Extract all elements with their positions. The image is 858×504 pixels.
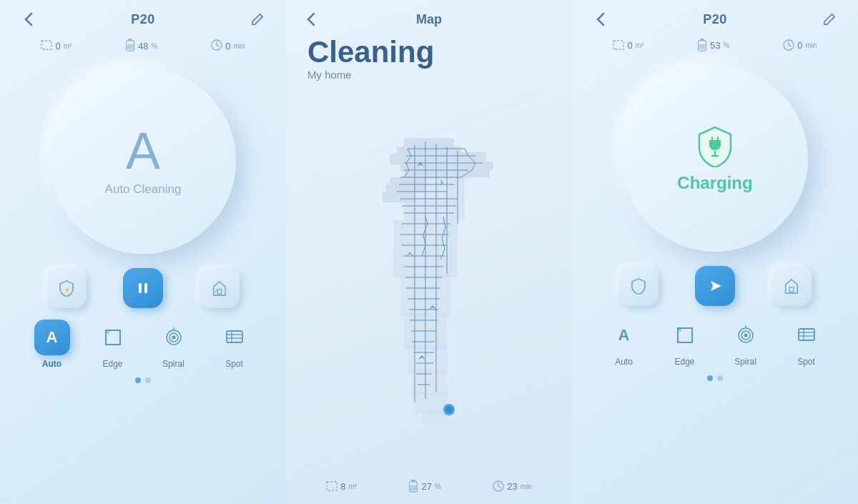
right-shield-button[interactable] bbox=[618, 266, 659, 306]
left-dot-1[interactable] bbox=[135, 377, 141, 383]
map-battery-unit: % bbox=[435, 483, 441, 490]
left-edge-icon-wrap bbox=[95, 320, 131, 355]
map-area-value: 8 bbox=[340, 481, 345, 492]
right-auto-icon-wrap: A bbox=[606, 317, 642, 353]
right-spiral-icon-wrap bbox=[728, 317, 764, 353]
right-edge-label: Edge bbox=[674, 357, 694, 367]
left-spiral-label: Spiral bbox=[162, 359, 184, 369]
svg-point-76 bbox=[445, 406, 453, 413]
map-time-unit: min bbox=[521, 483, 532, 490]
home-label: My home bbox=[307, 69, 352, 81]
left-controls: ⚡ bbox=[14, 268, 272, 308]
right-dot-2[interactable] bbox=[717, 375, 723, 381]
right-battery-stat: 53 % bbox=[697, 39, 729, 51]
map-area-unit: m² bbox=[348, 483, 357, 490]
left-mode-spot[interactable]: Spot bbox=[217, 320, 252, 369]
left-panel: P20 0 m² 48 % 0 min A Auto bbox=[0, 0, 286, 504]
left-time-value: 0 bbox=[225, 41, 230, 51]
left-edit-button[interactable] bbox=[247, 9, 268, 30]
right-area-value: 0 bbox=[627, 40, 632, 51]
svg-line-88 bbox=[789, 45, 791, 46]
left-stats: 0 m² 48 % 0 min bbox=[14, 36, 272, 61]
right-dot-1[interactable] bbox=[707, 375, 713, 381]
svg-rect-11 bbox=[106, 330, 109, 334]
map-battery-value: 27 bbox=[421, 481, 431, 492]
svg-marker-95 bbox=[711, 281, 721, 291]
right-edit-button[interactable] bbox=[819, 9, 840, 30]
right-mode-spiral[interactable]: Spiral bbox=[728, 317, 764, 367]
left-modes: A Auto Edge Spiral Spot bbox=[14, 320, 272, 369]
right-edge-icon-wrap bbox=[667, 317, 703, 353]
map-title: Map bbox=[416, 12, 442, 27]
right-auto-label: Auto bbox=[615, 357, 633, 367]
right-area-stat: 0 m² bbox=[613, 40, 644, 51]
svg-rect-38 bbox=[422, 410, 447, 424]
left-mode-spiral[interactable]: Spiral bbox=[156, 320, 192, 369]
left-shield-button[interactable]: ⚡ bbox=[46, 268, 87, 308]
right-panel-title: P20 bbox=[703, 12, 727, 27]
left-area-unit: m² bbox=[64, 42, 72, 50]
charging-icon: + bbox=[695, 124, 735, 167]
map-time-value: 23 bbox=[507, 481, 517, 492]
left-mode-auto[interactable]: A Auto bbox=[34, 320, 70, 369]
right-mode-auto[interactable]: A Auto bbox=[606, 317, 642, 367]
svg-rect-25 bbox=[443, 152, 486, 163]
right-panel: P20 0 m² 53 % 0 min + bbox=[572, 0, 858, 504]
right-stats: 0 m² 53 % 0 min bbox=[586, 36, 844, 59]
robot-map bbox=[343, 131, 515, 431]
map-bottom-stats: 8 m² 27 % 23 min bbox=[300, 474, 558, 495]
left-spot-label: Spot bbox=[225, 359, 243, 369]
right-time-value: 0 bbox=[797, 40, 802, 51]
svg-rect-98 bbox=[678, 328, 681, 332]
left-edge-label: Edge bbox=[102, 359, 122, 369]
svg-rect-78 bbox=[412, 480, 415, 482]
svg-point-14 bbox=[172, 336, 175, 340]
left-battery-value: 48 bbox=[138, 41, 148, 51]
map-back-button[interactable] bbox=[300, 9, 322, 30]
left-back-button[interactable] bbox=[18, 9, 39, 30]
left-battery-stat: 48 % bbox=[125, 39, 157, 54]
charging-label: Charging bbox=[677, 173, 752, 193]
svg-rect-103 bbox=[799, 329, 814, 340]
left-dots bbox=[135, 377, 151, 383]
svg-rect-84 bbox=[700, 39, 704, 41]
left-time-icon bbox=[211, 39, 222, 53]
right-main-circle[interactable]: + Charging bbox=[622, 66, 808, 252]
middle-panel: Map Cleaning My home bbox=[286, 0, 572, 504]
svg-point-101 bbox=[744, 334, 747, 337]
svg-rect-2 bbox=[127, 44, 134, 49]
left-main-circle[interactable]: A Auto Cleaning bbox=[50, 68, 236, 254]
left-auto-icon-wrap: A bbox=[34, 320, 70, 355]
left-mode-edge[interactable]: Edge bbox=[95, 320, 131, 369]
area-icon bbox=[41, 40, 52, 52]
left-area-stat: 0 m² bbox=[41, 40, 72, 52]
left-header: P20 bbox=[14, 0, 272, 36]
svg-rect-16 bbox=[227, 331, 242, 342]
map-time-stat: 23 min bbox=[493, 480, 532, 492]
right-send-button[interactable] bbox=[695, 266, 735, 306]
right-header: P20 bbox=[586, 0, 844, 36]
right-mode-spot[interactable]: Spot bbox=[789, 317, 824, 367]
left-pause-button[interactable] bbox=[123, 268, 163, 308]
right-spiral-label: Spiral bbox=[734, 357, 756, 367]
map-container bbox=[300, 88, 558, 474]
svg-line-5 bbox=[217, 45, 219, 46]
right-auto-icon: A bbox=[618, 326, 630, 345]
left-auto-label: Auto bbox=[42, 359, 61, 369]
svg-text:⚡: ⚡ bbox=[64, 286, 71, 293]
left-dot-2[interactable] bbox=[145, 377, 151, 383]
right-mode-edge[interactable]: Edge bbox=[667, 317, 703, 367]
left-panel-title: P20 bbox=[131, 12, 155, 27]
right-spot-label: Spot bbox=[797, 357, 815, 367]
left-time-unit: min bbox=[233, 42, 245, 50]
map-header: Map bbox=[300, 9, 558, 30]
left-home-button[interactable] bbox=[199, 268, 240, 308]
right-back-button[interactable] bbox=[590, 9, 611, 30]
right-home-button[interactable] bbox=[771, 266, 812, 306]
circle-text: Auto Cleaning bbox=[105, 182, 182, 197]
cleaning-heading: Cleaning bbox=[307, 36, 434, 69]
svg-rect-79 bbox=[410, 485, 417, 490]
right-time-stat: 0 min bbox=[783, 39, 817, 51]
circle-letter: A bbox=[126, 125, 160, 177]
svg-rect-96 bbox=[789, 287, 794, 292]
